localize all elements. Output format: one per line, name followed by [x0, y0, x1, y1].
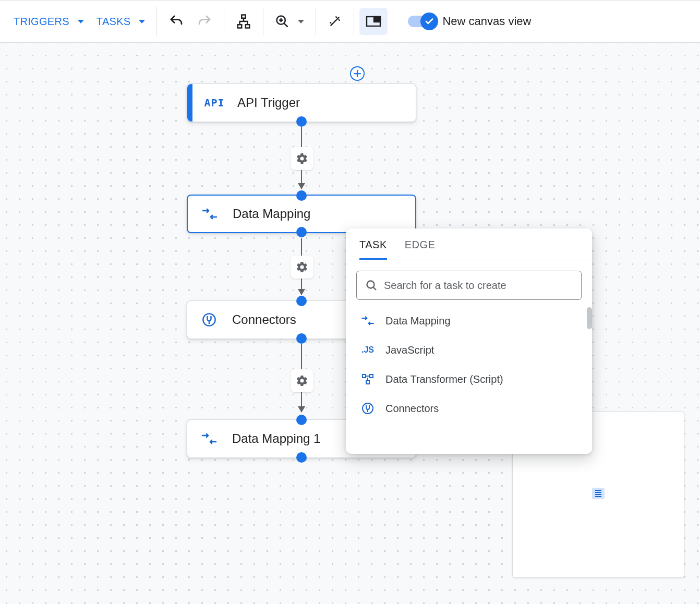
svg-rect-19: [363, 375, 366, 378]
triggers-label: TRIGGERS: [14, 16, 69, 28]
js-icon: .JS: [360, 343, 375, 357]
check-icon: [425, 17, 434, 26]
transformer-icon: [360, 372, 375, 386]
minimap-viewport-icon: [592, 488, 605, 499]
gear-icon: [296, 261, 308, 273]
svg-rect-2: [246, 25, 250, 28]
task-option-label: Data Mapping: [385, 315, 451, 327]
popup-search-wrap: [346, 260, 592, 304]
separator: [354, 7, 354, 36]
chevron-down-icon: [139, 20, 145, 23]
node-label: Data Mapping 1: [232, 431, 320, 446]
svg-rect-21: [366, 381, 369, 384]
toolbar: TRIGGERS TASKS New canvas view: [0, 0, 700, 43]
add-node-button[interactable]: [350, 66, 365, 81]
triggers-dropdown[interactable]: TRIGGERS: [7, 8, 90, 35]
separator: [316, 7, 316, 36]
toggle-knob: [420, 13, 438, 30]
popup-tabs: TASK EDGE: [346, 228, 592, 260]
svg-rect-0: [242, 15, 246, 18]
plus-icon: [353, 69, 362, 78]
popup-list[interactable]: Data Mapping .JS JavaScript Data Transfo…: [346, 304, 592, 454]
panel-icon: [366, 15, 381, 28]
gear-icon: [296, 375, 308, 387]
toggle-track: [408, 16, 435, 27]
search-icon: [365, 279, 378, 292]
svg-rect-8: [374, 17, 380, 22]
task-option-javascript[interactable]: .JS JavaScript: [346, 335, 589, 365]
api-icon: API: [205, 93, 224, 112]
svg-line-4: [285, 23, 288, 27]
svg-point-11: [203, 313, 215, 325]
task-option-label: Data Transformer (Script): [385, 373, 503, 385]
edge-config-button[interactable]: [291, 256, 313, 279]
panel-toggle-button[interactable]: [359, 8, 388, 35]
svg-line-18: [373, 287, 376, 290]
scrollbar-thumb[interactable]: [587, 307, 592, 329]
tasks-label: TASKS: [96, 16, 131, 28]
mapping-icon: [200, 204, 219, 223]
input-port[interactable]: [296, 296, 307, 306]
tasks-dropdown[interactable]: TASKS: [90, 8, 152, 35]
canvas[interactable]: API API Trigger Data Mapping: [0, 43, 700, 604]
task-option-connectors[interactable]: Connectors: [346, 394, 589, 423]
svg-rect-20: [370, 375, 373, 378]
node-data-mapping[interactable]: Data Mapping: [187, 195, 416, 233]
task-option-data-mapping[interactable]: Data Mapping: [346, 306, 589, 335]
redo-icon: [197, 14, 212, 29]
separator: [156, 7, 157, 36]
mapping-icon: [360, 313, 375, 328]
chevron-down-icon: [78, 20, 84, 23]
svg-rect-1: [238, 25, 242, 28]
edge-config-button[interactable]: [291, 369, 313, 392]
undo-button[interactable]: [162, 8, 190, 35]
layout-button[interactable]: [230, 8, 258, 35]
output-port[interactable]: [296, 227, 307, 237]
task-option-label: JavaScript: [385, 344, 434, 356]
output-port[interactable]: [296, 452, 307, 463]
search-input[interactable]: [384, 280, 573, 292]
task-option-data-transformer[interactable]: Data Transformer (Script): [346, 365, 589, 394]
node-label: Connectors: [232, 312, 296, 327]
node-api-trigger[interactable]: API API Trigger: [187, 83, 416, 122]
redo-button[interactable]: [190, 8, 219, 35]
task-option-label: Connectors: [385, 403, 439, 415]
node-label: Data Mapping: [233, 207, 310, 221]
separator: [224, 7, 224, 36]
svg-point-17: [367, 281, 375, 288]
edge-config-button[interactable]: [291, 147, 313, 170]
gear-icon: [296, 152, 308, 165]
zoom-dropdown[interactable]: [269, 8, 310, 35]
undo-icon: [168, 14, 184, 29]
magic-button[interactable]: [321, 8, 348, 35]
new-canvas-label: New canvas view: [442, 15, 531, 28]
input-port[interactable]: [296, 190, 307, 201]
tab-edge[interactable]: EDGE: [405, 239, 436, 260]
output-port[interactable]: [296, 116, 307, 127]
magic-wand-icon: [328, 15, 342, 28]
new-canvas-toggle[interactable]: New canvas view: [408, 15, 531, 28]
sitemap-icon: [236, 14, 251, 29]
api-icon-text: API: [204, 96, 224, 109]
zoom-in-icon: [275, 14, 289, 29]
flow: API API Trigger Data Mapping: [0, 43, 700, 604]
chevron-down-icon: [298, 20, 304, 23]
input-port[interactable]: [296, 415, 307, 425]
popup-search: [356, 271, 582, 300]
separator: [393, 7, 393, 36]
connector-icon: [200, 310, 219, 329]
node-label: API Trigger: [237, 95, 300, 110]
task-picker-popup: TASK EDGE Data Mapping: [346, 228, 592, 454]
mapping-icon: [200, 429, 219, 448]
connector-icon: [360, 401, 375, 416]
output-port[interactable]: [296, 333, 307, 344]
separator: [263, 7, 263, 36]
tab-task[interactable]: TASK: [359, 239, 387, 260]
